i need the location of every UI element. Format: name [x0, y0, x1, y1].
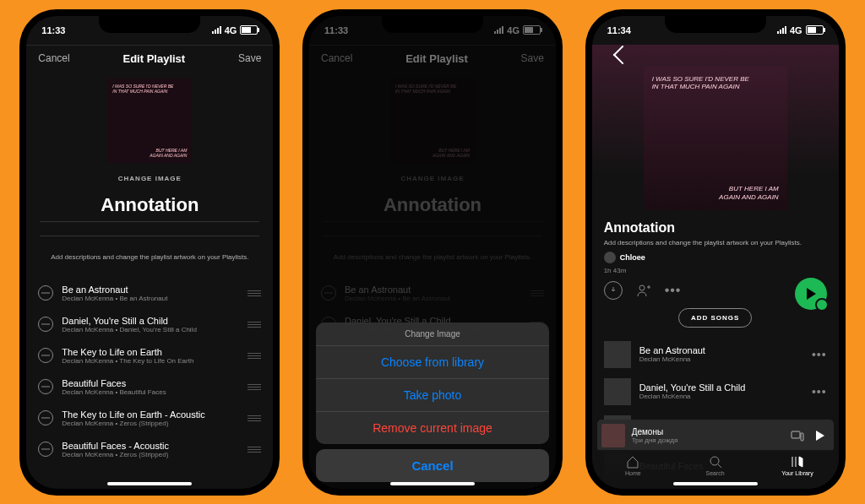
action-sheet: Change Image Choose from library Take ph… [316, 322, 549, 482]
add-songs-button[interactable]: ADD SONGS [678, 308, 752, 328]
drag-handle-icon[interactable] [248, 290, 261, 296]
save-button[interactable]: Save [238, 52, 261, 64]
phone-edit-playlist: 11:33 4G Cancel Edit Playlist Save I WAS… [26, 16, 273, 489]
track-title: Daniel, You're Still a Child [639, 382, 803, 393]
now-playing-thumbnail [601, 424, 625, 447]
track-artist: Declan McKenna [639, 355, 803, 363]
drag-handle-icon[interactable] [248, 322, 261, 328]
svg-point-3 [710, 457, 719, 465]
playlist-owner[interactable]: Chloee [604, 252, 827, 263]
track-thumbnail [604, 378, 631, 405]
battery-icon [240, 25, 258, 35]
home-indicator[interactable] [390, 482, 475, 485]
duration-label: 1h 43m [604, 267, 827, 274]
track-list: Be an AstronautDeclan McKenna • Be an As… [26, 278, 273, 465]
header-title: Edit Playlist [122, 52, 185, 65]
playlist-cover[interactable]: I WAS SO SURE I'D NEVER BEIN THAT MUCH P… [107, 79, 192, 163]
choose-from-library-button[interactable]: Choose from library [316, 346, 549, 379]
track-subtitle: Declan McKenna • Zeros (Stripped) [62, 451, 239, 458]
phone-playlist-view: 11:34 4G I WAS SO SURE I'D NEVER BEIN TH… [592, 16, 839, 489]
home-icon [626, 455, 639, 469]
home-indicator[interactable] [673, 482, 758, 485]
track-thumbnail [604, 341, 631, 368]
shuffle-badge-icon [815, 298, 829, 312]
signal-icon [212, 26, 221, 34]
notch [99, 16, 200, 33]
nav-library[interactable]: Your Library [756, 450, 838, 482]
library-icon [791, 455, 804, 469]
network-label: 4G [790, 25, 802, 35]
track-title: Daniel, You're Still a Child [62, 316, 239, 326]
battery-icon [806, 25, 824, 35]
cover-top-text: I WAS SO SURE I'D NEVER BEIN THAT MUCH P… [112, 84, 187, 94]
track-row: Daniel, You're Still a ChildDeclan McKen… [26, 309, 273, 340]
nav-home[interactable]: Home [592, 450, 674, 482]
track-row: The Key to Life on EarthDeclan McKenna •… [26, 340, 273, 371]
modal-header: Cancel Edit Playlist Save [26, 45, 273, 72]
download-button[interactable] [604, 281, 623, 300]
remove-icon[interactable] [38, 317, 53, 332]
playlist-name-input[interactable]: Annotation [40, 194, 259, 222]
drag-handle-icon[interactable] [248, 447, 261, 453]
track-subtitle: Declan McKenna • The Key to Life On Eart… [62, 357, 239, 365]
track-title: Be an Astronaut [639, 345, 803, 355]
back-button[interactable] [612, 45, 632, 64]
remove-image-button[interactable]: Remove current image [316, 412, 549, 444]
remove-icon[interactable] [38, 379, 53, 394]
playlist-controls: ••• [604, 281, 827, 300]
now-playing-bar[interactable]: Демоны Три дня дождя [597, 420, 834, 452]
drag-handle-icon[interactable] [248, 353, 261, 359]
action-sheet-cancel-button[interactable]: Cancel [316, 449, 549, 482]
track-row: The Key to Life on Earth - AcousticDecla… [26, 403, 273, 434]
more-options-button[interactable]: ••• [665, 283, 682, 298]
drag-handle-icon[interactable] [248, 384, 261, 390]
clock: 11:33 [41, 25, 65, 35]
track-artist: Declan McKenna [639, 393, 803, 400]
connect-device-icon[interactable] [791, 429, 804, 442]
track-row: Beautiful FacesDeclan McKenna • Beautifu… [26, 371, 273, 403]
cover-top-text: I WAS SO SURE I'D NEVER BEIN THAT MUCH P… [652, 75, 779, 91]
drag-handle-icon[interactable] [248, 415, 261, 421]
play-icon [807, 288, 816, 300]
phone-edit-actionsheet: 11:33 4G Cancel Edit Playlist Save I WAS… [309, 16, 556, 489]
search-icon [709, 455, 722, 469]
avatar [604, 252, 616, 263]
track-title: The Key to Life on Earth - Acoustic [62, 409, 239, 420]
add-user-button[interactable] [636, 283, 651, 298]
svg-rect-1 [792, 431, 800, 438]
track-more-button[interactable]: ••• [812, 385, 827, 398]
track-title: The Key to Life on Earth [62, 347, 239, 357]
track-subtitle: Declan McKenna • Zeros (Stripped) [62, 420, 239, 427]
svg-rect-2 [801, 433, 803, 441]
remove-icon[interactable] [38, 442, 53, 457]
cancel-button[interactable]: Cancel [38, 52, 69, 64]
track-row: Beautiful Faces - AcousticDeclan McKenna… [26, 434, 273, 465]
track-row: Be an AstronautDeclan McKenna • Be an As… [26, 278, 273, 309]
track-subtitle: Declan McKenna • Beautiful Faces [62, 388, 239, 396]
playlist-title: Annotation [604, 220, 827, 236]
nav-search[interactable]: Search [674, 450, 756, 482]
svg-point-0 [639, 285, 645, 290]
track-more-button[interactable]: ••• [812, 348, 827, 361]
now-playing-title: Демоны [632, 427, 784, 436]
track-row[interactable]: Be an AstronautDeclan McKenna••• [592, 336, 839, 373]
cover-bottom-text: BUT HERE I AMAGAIN AND AGAIN [112, 148, 187, 158]
playlist-description: Add descriptions and change the playlist… [604, 239, 827, 247]
play-button[interactable] [795, 278, 827, 310]
track-subtitle: Declan McKenna • Be an Astronaut [62, 295, 239, 302]
take-photo-button[interactable]: Take photo [316, 379, 549, 412]
description-input[interactable] [40, 236, 259, 236]
notch [382, 16, 483, 33]
now-playing-play-button[interactable] [816, 431, 824, 441]
track-title: Beautiful Faces [62, 378, 239, 388]
change-image-button[interactable]: CHANGE IMAGE [26, 175, 273, 182]
track-subtitle: Declan McKenna • Daniel, You're Still a … [62, 326, 239, 333]
remove-icon[interactable] [38, 410, 53, 425]
remove-icon[interactable] [38, 348, 53, 363]
owner-name: Chloee [620, 253, 645, 262]
track-row[interactable]: Daniel, You're Still a ChildDeclan McKen… [592, 373, 839, 410]
playlist-cover: I WAS SO SURE I'D NEVER BEIN THAT MUCH P… [644, 67, 787, 210]
home-indicator[interactable] [107, 482, 192, 485]
remove-icon[interactable] [38, 285, 53, 301]
clock: 11:34 [607, 25, 631, 35]
